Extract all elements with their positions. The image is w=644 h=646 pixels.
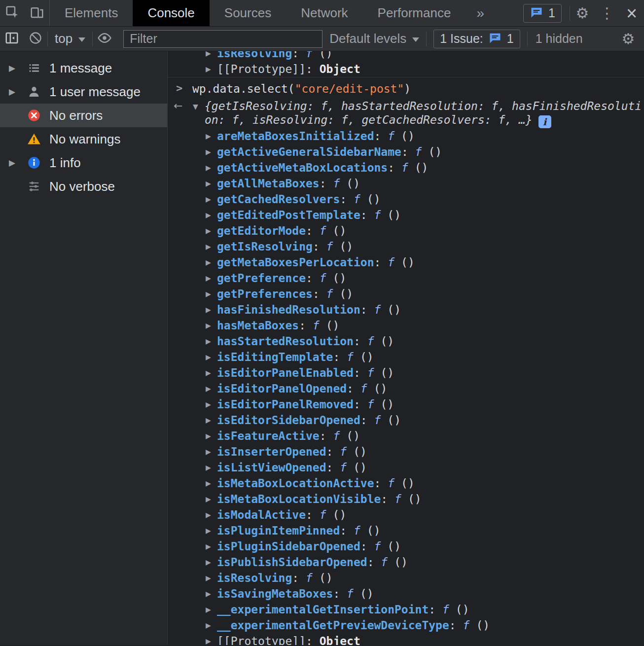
execution-context-selector[interactable]: top xyxy=(55,31,85,46)
object-property-row[interactable]: ▶isModalActive: f() xyxy=(168,507,644,523)
expand-caret-icon[interactable]: ▶ xyxy=(206,179,217,187)
tab-network[interactable]: Network xyxy=(286,0,362,26)
expand-caret-icon[interactable]: ▶ xyxy=(206,479,217,487)
object-property-row[interactable]: ▶__experimentalGetInsertionPoint: f() xyxy=(168,602,644,617)
console-messages-badge[interactable]: 1 xyxy=(523,4,562,23)
object-property-row[interactable]: ▶getEditorMode: f() xyxy=(168,223,644,239)
object-property-row[interactable]: ▶isResolving: f() xyxy=(168,570,644,586)
object-property-row[interactable]: ▶hasFinishedResolution: f() xyxy=(168,302,644,318)
object-property-row[interactable]: ▶hasMetaBoxes: f() xyxy=(168,318,644,333)
expand-caret-icon[interactable]: ▶ xyxy=(206,274,217,282)
settings-button[interactable]: ⚙ xyxy=(570,6,595,21)
expand-caret-icon[interactable]: ▶ xyxy=(206,448,217,456)
expand-caret-icon[interactable]: ▶ xyxy=(206,51,217,57)
sidebar-item-messages[interactable]: ▶1 message xyxy=(0,56,167,80)
console-settings-button[interactable]: ⚙ xyxy=(616,32,640,46)
object-property-row[interactable]: ▶getIsResolving: f() xyxy=(168,239,644,254)
issues-counter[interactable]: 1 Issue: 1 xyxy=(433,30,520,48)
expand-caret-icon[interactable]: ▶ xyxy=(9,63,27,73)
close-devtools-button[interactable]: × xyxy=(619,4,644,23)
object-property-row[interactable]: ▶isFeatureActive: f() xyxy=(168,428,644,444)
more-tabs-button[interactable]: » xyxy=(465,0,495,26)
expand-caret-icon[interactable]: ▶ xyxy=(206,558,217,566)
expand-caret-icon[interactable]: ▶ xyxy=(9,158,27,168)
object-property-row[interactable]: ▶isEditorPanelOpened: f() xyxy=(168,381,644,396)
object-property-row[interactable]: ▶isMetaBoxLocationActive: f() xyxy=(168,475,644,491)
object-property-row[interactable]: ▶hasStartedResolution: f() xyxy=(168,333,644,349)
expand-caret-icon[interactable]: ▶ xyxy=(206,511,217,519)
sidebar-item-user-messages[interactable]: ▶1 user message xyxy=(0,80,167,104)
object-property-row[interactable]: ▶[[Prototype]]: Object xyxy=(168,61,644,77)
live-expression-button[interactable] xyxy=(93,31,116,47)
object-property-row[interactable]: ▶isListViewOpened: f() xyxy=(168,460,644,475)
object-property-row[interactable]: ▶getPreference: f() xyxy=(168,270,644,286)
expand-caret-icon[interactable]: ▶ xyxy=(206,606,217,613)
object-property-row[interactable]: ▶getActiveMetaBoxLocations: f() xyxy=(168,160,644,176)
object-property-row[interactable]: ▶getCachedResolvers: f() xyxy=(168,191,644,207)
tab-sources[interactable]: Sources xyxy=(210,0,286,26)
clear-console-button[interactable] xyxy=(24,31,47,47)
expand-caret-icon[interactable]: ▶ xyxy=(206,148,217,156)
expand-caret-icon[interactable]: ▶ xyxy=(206,416,217,424)
expand-caret-icon[interactable]: ▶ xyxy=(206,621,217,629)
object-property-row[interactable]: ▶isEditorSidebarOpened: f() xyxy=(168,412,644,428)
expand-caret-icon[interactable]: ▶ xyxy=(206,369,217,377)
menu-button[interactable]: ⋮ xyxy=(595,6,619,21)
expand-caret-icon[interactable]: ▶ xyxy=(206,164,217,172)
object-property-row[interactable]: ▶[[Prototype]]: Object xyxy=(168,633,644,645)
object-property-row[interactable]: ▶getActiveGeneralSidebarName: f() xyxy=(168,144,644,160)
object-property-row[interactable]: ▶isMetaBoxLocationVisible: f() xyxy=(168,491,644,507)
object-property-row[interactable]: ▶getPreferences: f() xyxy=(168,286,644,302)
expand-caret-icon[interactable]: ▶ xyxy=(206,258,217,266)
collapse-caret-icon[interactable]: ▼ xyxy=(193,99,205,114)
tab-performance[interactable]: Performance xyxy=(363,0,466,26)
object-property-row[interactable]: ▶isEditingTemplate: f() xyxy=(168,349,644,365)
device-toolbar-button[interactable] xyxy=(25,0,49,26)
object-preview[interactable]: {getIsResolving: f, hasStartedResolution… xyxy=(205,99,642,128)
log-levels-dropdown[interactable]: Default levels xyxy=(329,31,419,46)
tab-console[interactable]: Console xyxy=(133,0,209,26)
expand-caret-icon[interactable]: ▶ xyxy=(206,400,217,408)
toggle-console-sidebar-button[interactable] xyxy=(0,31,24,47)
object-property-row[interactable]: ▶isPluginItemPinned: f() xyxy=(168,523,644,538)
expand-caret-icon[interactable]: ▶ xyxy=(206,527,217,535)
sidebar-item-errors[interactable]: No errors xyxy=(0,104,167,127)
object-property-row[interactable]: ▶isSavingMetaBoxes: f() xyxy=(168,586,644,602)
expand-caret-icon[interactable]: ▶ xyxy=(206,211,217,219)
expand-caret-icon[interactable]: ▶ xyxy=(206,495,217,503)
object-property-row[interactable]: ▶isPublishSidebarOpened: f() xyxy=(168,554,644,570)
object-property-row[interactable]: ▶isPluginSidebarOpened: f() xyxy=(168,538,644,554)
inspect-element-button[interactable] xyxy=(0,0,25,26)
expand-caret-icon[interactable]: ▶ xyxy=(206,322,217,329)
object-property-row[interactable]: ▶getMetaBoxesPerLocation: f() xyxy=(168,254,644,270)
console-command[interactable]: > wp.data.select("core/edit-post") xyxy=(168,77,644,98)
expand-caret-icon[interactable]: ▶ xyxy=(206,195,217,203)
expand-caret-icon[interactable]: ▶ xyxy=(206,385,217,393)
info-icon[interactable]: i xyxy=(538,115,551,128)
object-property-row[interactable]: ▶getEditedPostTemplate: f() xyxy=(168,207,644,223)
expand-caret-icon[interactable]: ▶ xyxy=(206,464,217,471)
expand-caret-icon[interactable]: ▶ xyxy=(206,432,217,440)
expand-caret-icon[interactable]: ▶ xyxy=(206,637,217,645)
filter-input[interactable] xyxy=(123,30,322,48)
object-property-row[interactable]: ▶__experimentalGetPreviewDeviceType: f() xyxy=(168,617,644,633)
sidebar-item-verbose[interactable]: No verbose xyxy=(0,175,167,198)
expand-caret-icon[interactable]: ▶ xyxy=(206,574,217,582)
expand-caret-icon[interactable]: ▶ xyxy=(206,243,217,251)
expand-caret-icon[interactable]: ▶ xyxy=(206,353,217,361)
object-property-row[interactable]: ▶isResolving: f() xyxy=(168,51,644,61)
expand-caret-icon[interactable]: ▶ xyxy=(206,290,217,298)
object-property-row[interactable]: ▶isEditorPanelRemoved: f() xyxy=(168,396,644,412)
tab-elements[interactable]: Elements xyxy=(50,0,133,26)
expand-caret-icon[interactable]: ▶ xyxy=(206,65,217,73)
expand-caret-icon[interactable]: ▶ xyxy=(206,542,217,550)
expand-caret-icon[interactable]: ▶ xyxy=(206,227,217,235)
object-property-row[interactable]: ▶isInserterOpened: f() xyxy=(168,444,644,460)
object-property-row[interactable]: ▶getAllMetaBoxes: f() xyxy=(168,176,644,191)
sidebar-item-info[interactable]: ▶1 info xyxy=(0,151,167,175)
object-property-row[interactable]: ▶isEditorPanelEnabled: f() xyxy=(168,365,644,381)
expand-caret-icon[interactable]: ▶ xyxy=(206,132,217,140)
expand-caret-icon[interactable]: ▶ xyxy=(9,87,27,97)
expand-caret-icon[interactable]: ▶ xyxy=(206,337,217,345)
object-property-row[interactable]: ▶areMetaBoxesInitialized: f() xyxy=(168,128,644,144)
